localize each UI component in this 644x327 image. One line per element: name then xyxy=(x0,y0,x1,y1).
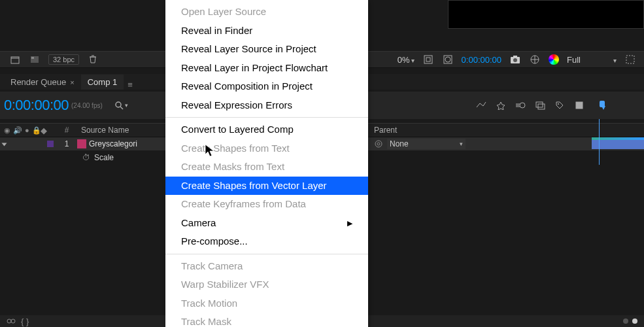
mouse-cursor-icon xyxy=(205,145,216,158)
channel-icon[interactable] xyxy=(529,54,541,65)
tag-icon[interactable] xyxy=(554,99,566,111)
stopwatch-icon[interactable]: ⏱ xyxy=(82,153,90,162)
menu-warp-stabilizer: Warp Stabilizer VFX xyxy=(165,275,368,294)
render-settings-icon[interactable] xyxy=(573,99,585,111)
motion-blur-icon[interactable] xyxy=(515,99,526,111)
svg-point-19 xyxy=(377,143,380,145)
fps-display: (24.00 fps) xyxy=(71,102,103,109)
layer-index: 1 xyxy=(60,139,73,148)
layer-label-color[interactable] xyxy=(47,141,54,147)
resolution-select: Full▾ xyxy=(567,55,617,65)
column-parent: Parent xyxy=(374,126,466,135)
menu-camera[interactable]: Camera▶ xyxy=(165,214,368,233)
svg-rect-15 xyxy=(538,104,545,109)
video-column-icon[interactable]: ◉ xyxy=(4,126,10,135)
svg-rect-11 xyxy=(626,56,634,63)
audio-column-icon[interactable]: 🔊 xyxy=(13,126,22,135)
svg-point-21 xyxy=(11,319,15,323)
menu-open-layer-source: Open Layer Source xyxy=(165,3,368,22)
bit-depth[interactable]: 32 bpc xyxy=(48,54,79,65)
layer-context-menu: Open Layer Source Reveal in Finder Revea… xyxy=(165,0,368,327)
grid-icon[interactable] xyxy=(422,54,434,65)
chevron-down-icon: ▾ xyxy=(460,141,463,147)
svg-rect-17 xyxy=(576,102,583,109)
menu-convert-layered-comp[interactable]: Convert to Layered Comp xyxy=(165,120,368,139)
trash-icon[interactable] xyxy=(87,54,99,65)
lock-column-icon[interactable]: 🔒 xyxy=(32,126,41,135)
chevron-down-icon[interactable]: ▾ xyxy=(411,57,415,64)
menu-create-shapes-text: Create Shapes from Text xyxy=(165,139,368,158)
svg-point-12 xyxy=(116,102,121,107)
time-ruler[interactable] xyxy=(592,92,644,119)
roi-icon[interactable] xyxy=(624,54,636,65)
zoom-slider-handle[interactable] xyxy=(632,318,637,324)
svg-rect-3 xyxy=(424,56,432,63)
menu-create-masks-text: Create Masks from Text xyxy=(165,158,368,177)
menu-track-camera: Track Camera xyxy=(165,257,368,276)
label-column-icon[interactable]: ◆ xyxy=(41,126,47,135)
solo-column-icon[interactable]: ● xyxy=(25,126,29,135)
svg-rect-2 xyxy=(31,57,34,59)
svg-point-13 xyxy=(520,103,525,108)
menu-reveal-layer-flowchart[interactable]: Reveal Layer in Project Flowchart xyxy=(165,59,368,78)
search-icon[interactable]: ▾ xyxy=(114,101,128,110)
parent-select[interactable]: None▾ xyxy=(387,139,466,149)
disclosure-triangle-icon[interactable] xyxy=(3,139,10,147)
preview-timecode[interactable]: 0:00:00:00 xyxy=(462,55,501,65)
frame-blend-icon[interactable] xyxy=(534,99,546,111)
menu-create-keyframes-data: Create Keyframes from Data xyxy=(165,195,368,214)
brackets-icon[interactable]: { } xyxy=(21,317,30,326)
column-number: # xyxy=(60,126,73,135)
zoom-value: 0%▾ xyxy=(398,55,415,65)
chevron-down-icon[interactable]: ▾ xyxy=(613,57,617,64)
svg-point-20 xyxy=(7,319,11,323)
menu-reveal-comp-project[interactable]: Reveal Composition in Project xyxy=(165,77,368,96)
menu-track-motion: Track Motion xyxy=(165,294,368,313)
new-comp-icon[interactable] xyxy=(29,54,41,65)
svg-rect-9 xyxy=(513,56,517,58)
menu-pre-compose[interactable]: Pre-compose... xyxy=(165,232,368,251)
menu-track-mask: Track Mask xyxy=(165,313,368,327)
tab-menu-icon[interactable]: ≡ xyxy=(127,80,133,90)
tab-render-queue[interactable]: Render Queue× xyxy=(4,75,81,90)
menu-create-shapes-vector[interactable]: Create Shapes from Vector Layer xyxy=(165,177,368,196)
playhead-line xyxy=(599,119,600,165)
svg-rect-4 xyxy=(426,58,430,61)
menu-separator xyxy=(165,117,368,118)
submenu-arrow-icon: ▶ xyxy=(347,218,352,229)
menu-reveal-expression-errors[interactable]: Reveal Expression Errors xyxy=(165,96,368,115)
menu-reveal-in-finder[interactable]: Reveal in Finder xyxy=(165,22,368,41)
tab-comp-1[interactable]: Comp 1 xyxy=(81,75,124,90)
svg-point-8 xyxy=(513,58,517,62)
zoom-slider-handle[interactable] xyxy=(623,318,628,324)
svg-point-6 xyxy=(445,57,450,62)
menu-reveal-layer-source[interactable]: Reveal Layer Source in Project xyxy=(165,40,368,59)
svg-rect-14 xyxy=(536,102,543,107)
preview-panel xyxy=(448,0,644,29)
bin-icon[interactable] xyxy=(9,54,21,65)
layer-duration-bar[interactable] xyxy=(592,137,644,150)
layer-type-icon xyxy=(77,139,86,148)
menu-separator xyxy=(165,254,368,254)
pickwhip-icon[interactable] xyxy=(374,139,383,148)
color-management-icon[interactable] xyxy=(549,54,559,65)
current-timecode[interactable]: 0:00:00:00 xyxy=(0,97,69,114)
close-icon[interactable]: × xyxy=(70,78,74,86)
snapshot-icon[interactable] xyxy=(509,54,521,65)
graph-editor-icon[interactable] xyxy=(475,99,487,111)
svg-point-18 xyxy=(375,141,382,147)
playhead[interactable] xyxy=(598,101,606,111)
svg-point-16 xyxy=(558,103,559,105)
expand-icon[interactable] xyxy=(7,317,16,326)
shy-icon[interactable] xyxy=(495,99,507,111)
mask-icon[interactable] xyxy=(442,54,454,65)
